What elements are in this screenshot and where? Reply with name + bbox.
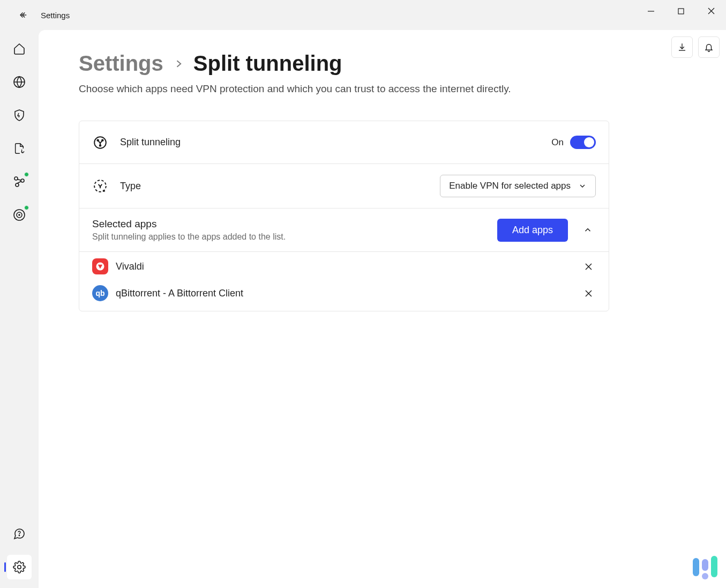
svg-point-5: [14, 177, 18, 180]
gear-icon: [13, 561, 26, 574]
minimize-button[interactable]: [636, 0, 666, 22]
sidebar-item-settings[interactable]: [7, 555, 32, 579]
close-icon: [708, 8, 715, 14]
globe-icon: [13, 76, 26, 88]
collapse-button[interactable]: [580, 222, 596, 238]
status-dot-icon: [24, 205, 29, 210]
notifications-button[interactable]: [698, 36, 720, 58]
type-row: Type Enable VPN for selected apps: [79, 164, 609, 209]
sidebar-item-network[interactable]: [7, 169, 32, 194]
maximize-icon: [678, 8, 684, 14]
type-select[interactable]: Enable VPN for selected apps: [440, 175, 596, 197]
breadcrumb-parent[interactable]: Settings: [79, 51, 163, 76]
bell-icon: [704, 42, 714, 52]
sidebar-item-file[interactable]: [7, 136, 32, 161]
selected-apps-title: Selected apps: [92, 218, 286, 230]
maximize-button[interactable]: [666, 0, 696, 22]
app-row: Vivaldi: [79, 252, 609, 281]
app-row: qb qBittorrent - A Bittorrent Client: [79, 281, 609, 311]
help-icon: [13, 527, 26, 540]
svg-point-7: [16, 183, 19, 187]
window-controls: [636, 0, 726, 30]
svg-point-14: [97, 139, 99, 141]
settings-card: Split tunneling On Type Enable VPN for s…: [79, 121, 609, 311]
svg-point-16: [100, 145, 101, 146]
shield-icon: [13, 109, 26, 122]
selected-apps-header: Selected apps Split tunneling applies to…: [79, 209, 609, 252]
decorative-bars: [693, 552, 717, 579]
target-icon: [13, 209, 26, 221]
close-button[interactable]: [696, 0, 726, 22]
window-title: Settings: [41, 11, 70, 20]
title-bar: Settings: [0, 0, 726, 30]
app-name: Vivaldi: [116, 261, 144, 272]
close-icon: [585, 263, 592, 270]
split-tunneling-row: Split tunneling On: [79, 121, 609, 164]
toggle-state-label: On: [551, 137, 564, 148]
remove-app-button[interactable]: [581, 259, 596, 274]
svg-point-10: [19, 214, 20, 215]
sidebar-item-target[interactable]: [7, 203, 32, 227]
network-icon: [13, 175, 26, 188]
status-dot-icon: [24, 172, 29, 177]
split-tunneling-toggle[interactable]: [570, 136, 596, 149]
home-icon: [13, 42, 26, 55]
sidebar-item-globe[interactable]: [7, 70, 32, 94]
svg-point-12: [18, 565, 21, 569]
sidebar-item-shield[interactable]: [7, 103, 32, 128]
app-name: qBittorrent - A Bittorrent Client: [116, 288, 243, 299]
type-label: Type: [120, 181, 141, 192]
remove-app-button[interactable]: [581, 286, 596, 301]
svg-point-15: [102, 139, 103, 141]
close-icon: [585, 290, 592, 297]
add-apps-button[interactable]: Add apps: [497, 219, 568, 242]
breadcrumb-current: Split tunneling: [193, 51, 342, 76]
app-icon-vivaldi: [92, 258, 108, 274]
download-icon: [677, 42, 687, 52]
back-button[interactable]: [15, 6, 32, 24]
selected-apps-desc: Split tunneling applies to the apps adde…: [92, 232, 286, 242]
split-tunneling-icon: [92, 135, 108, 151]
chevron-right-icon: [173, 56, 184, 71]
arrow-left-icon: [19, 10, 28, 20]
page-subtitle: Choose which apps need VPN protection an…: [79, 83, 686, 95]
sidebar-item-help[interactable]: [7, 522, 32, 546]
svg-point-6: [21, 179, 24, 182]
svg-rect-1: [678, 9, 684, 14]
breadcrumb: Settings Split tunneling: [79, 51, 686, 76]
svg-point-11: [19, 535, 19, 535]
sidebar-item-home[interactable]: [7, 36, 32, 61]
split-tunneling-label: Split tunneling: [120, 137, 181, 148]
sidebar: [0, 30, 39, 588]
type-icon: [92, 178, 108, 194]
app-icon-qbittorrent: qb: [92, 285, 108, 301]
type-selected-value: Enable VPN for selected apps: [449, 181, 571, 191]
minimize-icon: [648, 8, 654, 14]
download-button[interactable]: [671, 36, 693, 58]
main-panel: Settings Split tunneling Choose which ap…: [39, 30, 726, 588]
chevron-up-icon: [583, 225, 593, 235]
top-actions: [671, 36, 720, 58]
chevron-down-icon: [578, 182, 587, 190]
file-arrow-icon: [13, 142, 25, 155]
